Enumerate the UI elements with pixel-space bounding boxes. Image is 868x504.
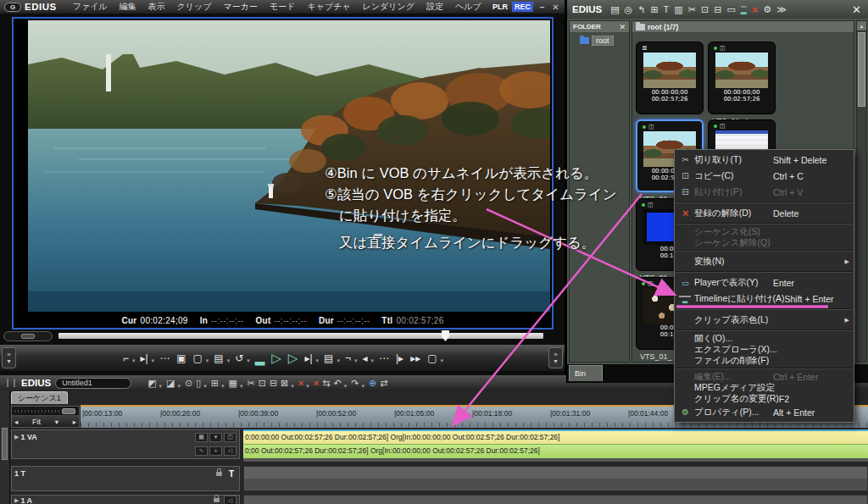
folder-panel-close-icon[interactable]: ✕ — [619, 23, 626, 31]
bin-clip-card[interactable]: ◫00:00:00;0000:02:57;26 — [708, 42, 776, 114]
set-in-button[interactable]: ⌐ — [120, 352, 131, 364]
up-level-icon[interactable]: ↰ — [637, 4, 645, 15]
zoom-left-arrow-icon[interactable]: ◂ — [14, 418, 18, 426]
field-select-button-caret[interactable]: ▾ — [227, 357, 231, 364]
import-icon[interactable]: ⊞ — [211, 378, 219, 389]
loop-button-caret[interactable]: ▾ — [247, 357, 250, 364]
expand-left-button[interactable]: »▾ — [2, 347, 16, 368]
ripple-delete-icon[interactable]: × — [314, 378, 319, 388]
zoom-caret-icon[interactable]: ▾ — [55, 418, 58, 426]
context-menu-item[interactable]: ⚙プロパティ(P)...Alt + Enter — [675, 404, 854, 420]
next-frame-button[interactable]: |▸ — [393, 352, 406, 364]
context-menu-item[interactable]: ▭Playerで表示(Y)Enter — [675, 274, 854, 291]
close-button[interactable]: ✕ — [551, 3, 560, 12]
delete-icon[interactable]: × — [298, 378, 303, 388]
context-menu-item[interactable]: 変換(N)▶ — [675, 253, 854, 269]
goto-in-button[interactable]: ▸| — [302, 352, 314, 364]
project-name-field[interactable]: Untitled1 — [55, 378, 131, 389]
rec-mode-button[interactable]: REC — [512, 2, 533, 12]
position-bar[interactable] — [58, 332, 544, 340]
undo-icon[interactable]: ↶ — [333, 378, 341, 389]
goto-in-button-caret[interactable]: ▾ — [316, 357, 320, 364]
context-menu-item[interactable]: エクスプローラ(X)... — [675, 344, 854, 355]
save-project-button-caret[interactable]: ▾ — [240, 383, 243, 390]
delete-button-caret[interactable]: ▾ — [306, 383, 309, 390]
prev-edit-point-button[interactable]: ▤ — [321, 352, 336, 364]
context-menu-item[interactable]: 開く(O)... — [675, 333, 854, 344]
display-mode-button-caret[interactable]: ▾ — [206, 357, 209, 364]
play-button[interactable]: ▷ — [286, 351, 301, 366]
track-thumbnail-mode-button[interactable]: ◫ — [224, 433, 236, 442]
bin-clip-card[interactable]: ≣00:00:00;0000:02:57;26 — [636, 42, 704, 114]
scrollbar-thumb[interactable] — [858, 32, 865, 107]
menu-item[interactable]: クリップ — [171, 1, 218, 13]
context-menu-item[interactable]: ⊡コピー(C)Ctrl + C — [675, 168, 854, 184]
timeline-vertical-scrollbar[interactable] — [0, 390, 10, 504]
paste-icon[interactable]: ⊟ — [270, 378, 277, 389]
track-dropdown-button[interactable]: ▾ — [209, 433, 222, 442]
timeline-audio-clip[interactable]: 0;00 Out:00:02:57;26 Dur:00:02:57;26] Or… — [243, 444, 868, 458]
preview-toggle-icon[interactable]: ◩ — [147, 378, 156, 389]
undo-button-caret[interactable]: ▾ — [344, 383, 348, 390]
new-sequence-icon[interactable]: ▯ — [196, 378, 201, 389]
scrollbar-thumb[interactable] — [2, 428, 8, 460]
goto-out-button[interactable]: ◂ — [359, 352, 370, 364]
add-to-timeline-icon[interactable]: ▂ — [741, 6, 747, 13]
lock-icon[interactable] — [214, 498, 220, 502]
context-menu-item[interactable]: ▂Timelineに貼り付け(A)Shift + Enter — [675, 291, 854, 307]
delete-icon[interactable]: × — [752, 3, 759, 16]
playhead-marker[interactable] — [442, 330, 449, 341]
track-speaker-button[interactable]: ◁ — [224, 496, 236, 504]
shuttle-slider[interactable] — [3, 331, 53, 341]
import-icon[interactable]: ⊞ — [650, 4, 658, 15]
bin-scrollbar[interactable]: ▲ — [856, 20, 867, 363]
goto-out-button-caret[interactable]: ▾ — [370, 357, 374, 364]
menu-item[interactable]: モード — [264, 1, 301, 13]
sequence-tab[interactable]: シーケンス1 — [11, 391, 68, 404]
add-clip-icon[interactable]: ⊕ — [369, 378, 376, 389]
redo-icon[interactable]: ↷ — [351, 378, 359, 389]
expand-right-button[interactable]: »▾ — [548, 347, 563, 368]
set-in-button-caret[interactable]: ▾ — [132, 357, 136, 364]
cut-icon[interactable]: ✂ — [247, 378, 254, 389]
copy-icon[interactable]: ⊡ — [701, 4, 709, 15]
paste-special-button-caret[interactable]: ▾ — [291, 383, 294, 390]
more-icon[interactable]: ≫ — [776, 4, 787, 15]
bin-close-button[interactable]: ✕ — [852, 3, 861, 16]
zoom-right-arrow-icon[interactable]: ▸ — [73, 418, 76, 426]
menu-item[interactable]: レンダリング — [357, 1, 420, 13]
title-track-area[interactable] — [243, 466, 868, 491]
new-folder-icon[interactable]: ▤ — [610, 4, 619, 15]
zoom-slider-thumb[interactable] — [62, 408, 75, 414]
track-header-va[interactable]: ▶ 1 VA ▦ ▾ ◫ ∿ + ◁ — [11, 429, 240, 459]
track-expand-icon[interactable]: ▶ — [14, 434, 19, 440]
import-button-caret[interactable]: ▾ — [221, 383, 225, 390]
new-sequence-button-caret[interactable]: ▾ — [203, 383, 207, 390]
scroll-up-icon[interactable]: ▲ — [857, 21, 866, 31]
context-menu-item[interactable]: MPEGメディア設定 — [675, 382, 854, 393]
bin-tab[interactable]: Bin — [569, 365, 603, 381]
context-menu-item[interactable]: クリップ表示色(L)▶ — [675, 312, 854, 328]
timeline-zoom-control[interactable]: ◂ Fit ▾ ▸ — [11, 406, 80, 428]
track-header-a[interactable]: ▶ 1 A ◁ — [11, 495, 240, 504]
save-project-icon[interactable]: ▦ — [229, 378, 237, 389]
play-in-to-out-button-caret[interactable]: ▾ — [152, 357, 155, 364]
fast-forward-button[interactable]: ▸▸ — [408, 352, 423, 364]
track-speaker-button[interactable]: ◁ — [224, 446, 236, 456]
mode-swap-icon[interactable]: ⇆ — [322, 378, 330, 389]
audio-track-area[interactable] — [243, 495, 868, 504]
export-button[interactable]: ▢ — [425, 352, 439, 364]
timeline-video-clip[interactable]: 0:00:00;00 Out:00:02:57;26 Dur:00:02:57;… — [243, 429, 868, 444]
properties-icon[interactable]: ⚙ — [763, 4, 771, 15]
add-title-icon[interactable]: T — [664, 4, 670, 14]
fullscreen-button[interactable]: ▣ — [174, 352, 188, 364]
shuttle-thumb[interactable] — [21, 334, 35, 339]
overlay-toggle-icon[interactable]: ◪ — [166, 378, 175, 389]
track-video-mute-button[interactable]: ▦ — [195, 433, 208, 442]
redo-button-caret[interactable]: ▾ — [361, 383, 364, 390]
menu-item[interactable]: ファイル — [67, 1, 114, 13]
jog-strip[interactable]: ⋯ — [157, 352, 172, 364]
set-out-button-caret[interactable]: ▾ — [354, 357, 358, 364]
context-menu-item[interactable]: ファイルの削除(F) — [675, 355, 854, 366]
preview-toggle-button-caret[interactable]: ▾ — [159, 383, 163, 390]
